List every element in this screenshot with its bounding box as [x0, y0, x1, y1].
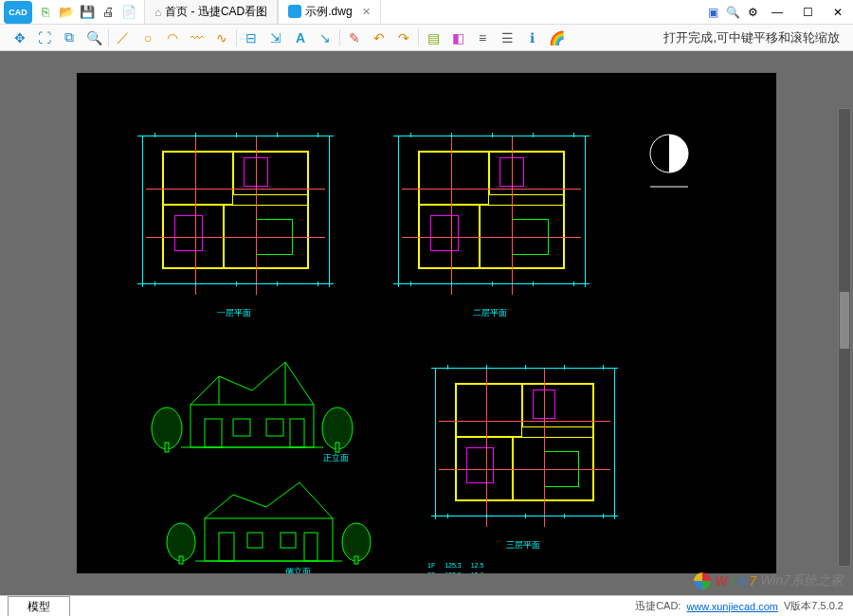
open-file-icon[interactable]: 📂	[59, 5, 74, 20]
render-icon[interactable]: 🌈	[548, 29, 565, 46]
tool-group-props: ▤ ◧ ≡ ☰ ℹ 🌈	[419, 29, 571, 46]
arc-icon[interactable]: ◠	[164, 29, 181, 46]
line-icon[interactable]: ／	[115, 29, 132, 46]
elevation-side	[153, 462, 385, 574]
zoom-realtime-icon[interactable]: 🔍	[85, 29, 102, 46]
minimize-button[interactable]: —	[766, 3, 789, 22]
svg-rect-17	[179, 556, 183, 564]
text-icon[interactable]: A	[292, 29, 309, 46]
tab-home[interactable]: ⌂ 首页 - 迅捷CAD看图	[144, 0, 278, 24]
redo-icon[interactable]: ↷	[395, 29, 412, 46]
svg-rect-4	[233, 419, 250, 436]
drawing-sheet: 一层平面 二层平面 三层平面	[76, 72, 777, 574]
status-right: 迅捷CAD: www.xunjiecad.com V版本7.5.0.2	[635, 599, 853, 613]
save-icon[interactable]: 💾	[80, 5, 95, 20]
zoom-extents-icon[interactable]: ⛶	[36, 29, 53, 46]
new-file-icon[interactable]: ⎘	[38, 5, 53, 20]
zoom-window-icon[interactable]: ⧉	[61, 29, 78, 46]
toolbar-hint: 打开完成,可中键平移和滚轮缩放	[663, 29, 847, 46]
svg-point-18	[342, 523, 371, 561]
svg-rect-13	[247, 533, 263, 548]
settings-icon[interactable]: ⚙	[748, 6, 758, 19]
svg-rect-15	[304, 533, 318, 561]
home-icon: ⌂	[154, 6, 161, 19]
title-bar: CAD ⎘ 📂 💾 🖨 📄 ⌂ 首页 - 迅捷CAD看图 示例.dwg ✕ ▣ …	[0, 0, 853, 25]
maximize-button[interactable]: ☐	[796, 3, 819, 22]
status-url: www.xunjiecad.com	[686, 601, 778, 612]
tab-label: 首页 - 迅捷CAD看图	[165, 4, 267, 20]
svg-rect-2	[191, 405, 314, 447]
close-window-button[interactable]: ✕	[826, 3, 849, 22]
linetype-icon[interactable]: ≡	[474, 29, 491, 46]
elevation-side-caption: 侧立面	[285, 566, 311, 574]
dim-linear-icon[interactable]: ⊟	[243, 29, 260, 46]
tab-document[interactable]: 示例.dwg ✕	[278, 0, 380, 24]
app-logo: CAD	[4, 1, 32, 24]
svg-point-16	[167, 523, 195, 561]
status-bar: 模型 迅捷CAD: www.xunjiecad.com V版本7.5.0.2	[0, 595, 853, 616]
tab-label: 示例.dwg	[305, 4, 352, 20]
area-table-caption: 1F125.312.5 2F120.810.6 上图面积 367.4平方米 其他…	[427, 561, 556, 574]
svg-rect-6	[290, 419, 304, 447]
pan-icon[interactable]: ✥	[11, 29, 28, 46]
tool-group-annotate: ⊟ ⇲ A ↘	[237, 29, 340, 46]
document-tabs: ⌂ 首页 - 迅捷CAD看图 示例.dwg ✕	[144, 0, 381, 24]
close-tab-icon[interactable]: ✕	[362, 6, 371, 18]
export-pdf-icon[interactable]: 📄	[121, 5, 136, 20]
dwg-icon	[288, 5, 301, 18]
drawing-viewport[interactable]: 一层平面 二层平面 三层平面	[0, 51, 853, 595]
layer-icon[interactable]: ▤	[425, 29, 442, 46]
dim-aligned-icon[interactable]: ⇲	[267, 29, 284, 46]
tool-group-edit: ✎ ↶ ↷	[340, 29, 419, 46]
quick-access: ⎘ 📂 💾 🖨 📄	[38, 5, 136, 20]
svg-rect-5	[266, 419, 283, 436]
floor-plan-caption: 二层平面	[473, 307, 507, 319]
print-icon[interactable]: 🖨	[100, 5, 116, 20]
lineweight-icon[interactable]: ☰	[499, 29, 516, 46]
floor-plan-1	[134, 125, 337, 305]
floor-plan-3	[427, 357, 622, 537]
undo-icon[interactable]: ↶	[371, 29, 388, 46]
model-space-tab[interactable]: 模型	[8, 596, 70, 617]
leader-icon[interactable]: ↘	[317, 29, 334, 46]
title-right: ▣ 🔍 ⚙ — ☐ ✕	[708, 3, 849, 22]
svg-rect-19	[354, 556, 358, 564]
svg-rect-14	[281, 533, 296, 548]
fullscreen-icon[interactable]: ▣	[708, 6, 718, 19]
svg-rect-12	[219, 533, 234, 561]
floor-plan-caption: 一层平面	[217, 307, 251, 319]
svg-rect-11	[205, 518, 333, 561]
props-icon[interactable]: ℹ	[523, 29, 540, 46]
svg-rect-10	[336, 443, 339, 452]
toolbar: ✥ ⛶ ⧉ 🔍 ／ ○ ◠ 〰 ∿ ⊟ ⇲ A ↘ ✎ ↶ ↷ ▤ ◧ ≡ ☰ …	[0, 25, 853, 51]
svg-rect-3	[205, 419, 222, 447]
spline-icon[interactable]: ∿	[213, 29, 230, 46]
status-version: V版本7.5.0.2	[784, 599, 844, 613]
tool-group-draw: ／ ○ ◠ 〰 ∿	[109, 29, 237, 46]
status-brand: 迅捷CAD:	[635, 599, 681, 613]
north-compass	[645, 130, 693, 196]
edit-icon[interactable]: ✎	[346, 29, 363, 46]
scrollbar-thumb[interactable]	[840, 292, 849, 349]
search-icon[interactable]: 🔍	[726, 6, 740, 19]
polyline-icon[interactable]: 〰	[189, 29, 206, 46]
elevation-front	[134, 338, 371, 462]
floor-plan-caption: 三层平面	[506, 539, 540, 552]
svg-rect-8	[165, 443, 169, 452]
color-icon[interactable]: ◧	[449, 29, 466, 46]
vertical-scrollbar[interactable]	[838, 108, 851, 567]
floor-plan-2	[390, 125, 593, 305]
circle-icon[interactable]: ○	[139, 29, 156, 46]
tool-group-nav: ✥ ⛶ ⧉ 🔍	[6, 29, 109, 46]
